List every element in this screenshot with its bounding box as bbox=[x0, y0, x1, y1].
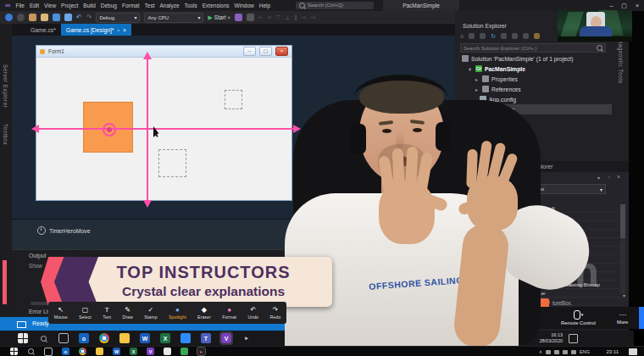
stamp-check-icon: ✓ bbox=[148, 306, 154, 314]
person-eye bbox=[413, 128, 422, 132]
file-explorer-icon[interactable] bbox=[96, 348, 103, 355]
tool-mouse[interactable]: ↖ Mouse bbox=[54, 306, 68, 320]
tool-select[interactable]: ▢ Select bbox=[79, 306, 92, 320]
banner-subtitle: Crystal clear explanations bbox=[75, 284, 332, 299]
word-icon[interactable]: W bbox=[113, 348, 120, 355]
viewer-clock[interactable]: 23:11 bbox=[606, 349, 619, 354]
text-fragment: tureBox. bbox=[552, 300, 572, 306]
tool-undo[interactable]: ↶ Undo bbox=[247, 306, 258, 320]
pencil-icon: ✎ bbox=[125, 306, 130, 314]
select-icon: ▢ bbox=[82, 306, 89, 314]
media-player-active-icon[interactable]: ▸ bbox=[197, 348, 205, 355]
headphones-earcup-right bbox=[436, 122, 451, 151]
banner-edge-strip bbox=[3, 260, 7, 304]
chrome-icon[interactable] bbox=[79, 348, 86, 355]
tool-spotlight[interactable]: ● Spotlight bbox=[169, 306, 186, 320]
text-tool-icon: T bbox=[105, 306, 109, 314]
tool-stamp[interactable]: ✓ Stamp bbox=[144, 306, 157, 320]
viewer-system-tray: ∧ ENG bbox=[539, 349, 590, 354]
tool-draw[interactable]: ✎ Draw bbox=[122, 306, 132, 320]
notepad-icon[interactable] bbox=[164, 348, 171, 355]
more-button[interactable]: ⋯ More bbox=[617, 311, 628, 325]
remote-mouse-icon: ▾ bbox=[574, 310, 584, 320]
spotlight-icon: ● bbox=[175, 306, 180, 314]
tray-folder-icon[interactable] bbox=[546, 350, 551, 354]
eraser-icon: ◆ bbox=[202, 306, 207, 314]
remote-control-button[interactable]: ▾ Remote Control bbox=[561, 310, 596, 325]
start-button-icon[interactable] bbox=[10, 348, 18, 355]
webcam-thumbnail bbox=[558, 10, 632, 42]
video-layer: orium Stop Share tureBox. ⇧ Share ✎ Anno… bbox=[0, 0, 644, 346]
tool-format[interactable]: ● Format bbox=[222, 306, 236, 320]
promo-banner: TOP INSTRUCTORS Crystal clear explanatio… bbox=[75, 257, 332, 307]
treeline bbox=[558, 36, 632, 42]
viewer-taskbar: o W X V ▸ ∧ ENG 23:11 bbox=[0, 346, 644, 356]
format-color-icon: ● bbox=[227, 306, 231, 314]
annotation-toolbar: ↖ Mouse ▢ Select T Text ✎ Draw ✓ Stamp ●… bbox=[48, 302, 286, 324]
banner-title: TOP INSTRUCTORS bbox=[75, 263, 332, 282]
more-icon: ⋯ bbox=[619, 311, 626, 319]
screen: ∞ File Edit View Project Build Debug For… bbox=[0, 0, 644, 356]
headphones-band bbox=[354, 75, 447, 120]
mouse-icon: ↖ bbox=[58, 306, 64, 314]
meeting-bar-accent bbox=[639, 307, 644, 329]
tray-speaker-icon[interactable] bbox=[563, 350, 568, 354]
language-indicator[interactable]: ENG bbox=[580, 349, 590, 354]
visual-studio-taskbar-icon[interactable]: V bbox=[147, 348, 154, 355]
green-app-icon[interactable] bbox=[180, 348, 188, 355]
task-view-icon[interactable] bbox=[44, 348, 53, 356]
tray-network-icon[interactable] bbox=[571, 350, 576, 354]
undo-icon: ↶ bbox=[250, 306, 256, 314]
excel-icon[interactable]: X bbox=[130, 348, 137, 355]
tool-redo[interactable]: ↷ Redo bbox=[270, 306, 281, 320]
tool-eraser[interactable]: ◆ Eraser bbox=[197, 306, 211, 320]
headphones-earcup-left bbox=[349, 124, 366, 154]
outlook-icon[interactable]: o bbox=[62, 348, 69, 355]
person-eye bbox=[382, 129, 391, 133]
taskbar-search-icon[interactable] bbox=[27, 348, 35, 355]
notification-center-icon[interactable] bbox=[629, 348, 637, 355]
tool-text[interactable]: T Text bbox=[103, 306, 111, 320]
tray-cloud-icon[interactable] bbox=[554, 350, 559, 354]
tray-caret-icon[interactable]: ∧ bbox=[539, 349, 542, 354]
redo-icon: ↷ bbox=[273, 306, 279, 314]
